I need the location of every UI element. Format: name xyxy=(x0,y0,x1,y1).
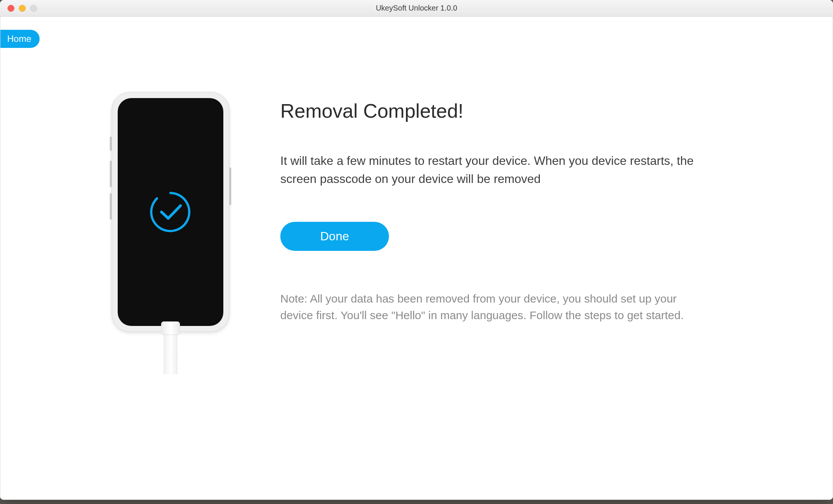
titlebar[interactable]: UkeySoft Unlocker 1.0.0 xyxy=(0,0,833,17)
text-column: Removal Completed! It will take a few mi… xyxy=(280,92,833,374)
traffic-lights xyxy=(0,5,37,12)
app-window: UkeySoft Unlocker 1.0.0 Home xyxy=(0,0,833,500)
done-button-label: Done xyxy=(320,229,349,243)
checkmark-circle-icon xyxy=(148,189,193,235)
page-heading: Removal Completed! xyxy=(280,100,787,122)
close-window-button[interactable] xyxy=(8,5,14,12)
minimize-window-button[interactable] xyxy=(19,5,26,12)
home-button[interactable]: Home xyxy=(0,30,40,48)
maximize-window-button[interactable] xyxy=(30,5,37,12)
description-text: It will take a few minutes to restart yo… xyxy=(280,152,695,188)
device-illustration xyxy=(112,92,229,374)
phone-graphic xyxy=(112,92,229,332)
window-title: UkeySoft Unlocker 1.0.0 xyxy=(376,4,457,12)
usb-cable-graphic xyxy=(164,329,177,374)
note-text: Note: All your data has been removed fro… xyxy=(280,290,707,323)
phone-notch xyxy=(144,98,197,109)
main-layout: Removal Completed! It will take a few mi… xyxy=(0,17,833,374)
home-button-label: Home xyxy=(7,34,31,44)
phone-screen xyxy=(118,98,223,326)
content-area: Home xyxy=(0,17,833,500)
done-button[interactable]: Done xyxy=(280,222,389,251)
